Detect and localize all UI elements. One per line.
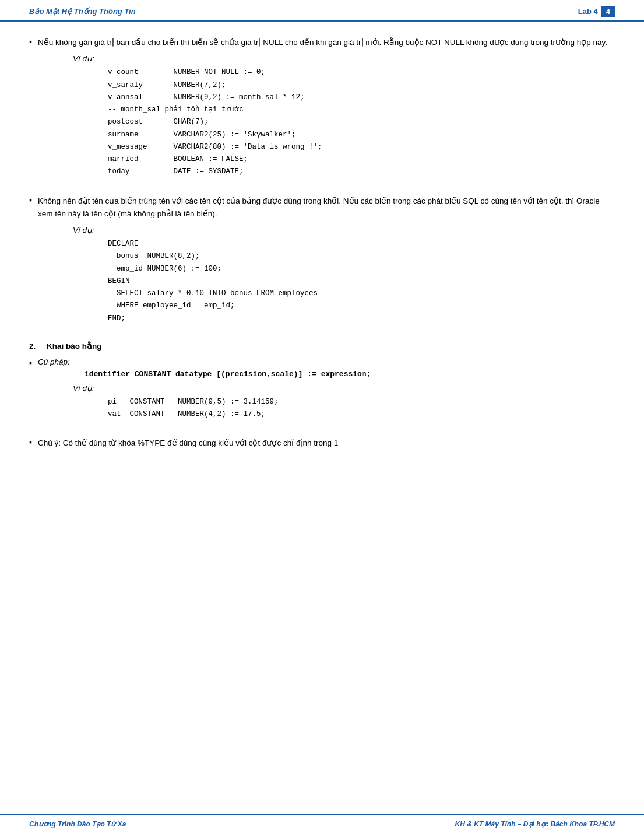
page: Bảo Mật Hệ Thống Thông Tin Lab 4 4 ▪ Nếu… <box>0 0 644 834</box>
code-block-1: v_count NUMBER NOT NULL := 0; v_saraly N… <box>108 66 615 178</box>
footer-left: Chương Trình Đào Tạo Từ Xa <box>29 820 126 828</box>
cu-phap-label: Cú pháp: <box>38 358 70 366</box>
bullet-marker-1: ▪ <box>29 37 32 46</box>
syntax-line: identifier CONSTANT datatype [(precision… <box>85 370 615 379</box>
bullet-content-1: Nếu không gán giá trị ban đầu cho biến t… <box>38 36 615 182</box>
vidu-block-3: Ví dụ: pi CONSTANT NUMBER(9,5) := 3.1415… <box>73 383 615 421</box>
section-2-heading: 2. Khai báo hằng <box>29 341 615 351</box>
bullet-text-3: Chú ý: Có thể dùng từ khóa %TYPE để dùng… <box>38 439 338 447</box>
bullet-item-3: ▪ Chú ý: Có thể dùng từ khóa %TYPE để dù… <box>29 437 615 450</box>
code-block-2: DECLARE bonus NUMBER(8,2); emp_id NUMBER… <box>108 238 615 325</box>
bullet-text-1: Nếu không gán giá trị ban đầu cho biến t… <box>38 38 607 47</box>
bullet-item-syntax: ▪ Cú pháp: identifier CONSTANT datatype … <box>29 358 615 425</box>
vidu-block-2: Ví dụ: DECLARE bonus NUMBER(8,2); emp_id… <box>73 225 615 325</box>
bullet-content-syntax: Cú pháp: identifier CONSTANT datatype [(… <box>38 358 615 425</box>
section-num-2: 2. <box>29 342 41 351</box>
page-header: Bảo Mật Hệ Thống Thông Tin Lab 4 4 <box>0 0 644 22</box>
bullet-section-1: ▪ Nếu không gán giá trị ban đầu cho biến… <box>29 36 615 182</box>
main-content: ▪ Nếu không gán giá trị ban đầu cho biến… <box>0 22 644 498</box>
bullet-content-3: Chú ý: Có thể dùng từ khóa %TYPE để dùng… <box>38 437 615 450</box>
vidu-label-2: Ví dụ: <box>73 225 615 234</box>
bullet-content-2: Không nên đặt tên của biến trùng tên với… <box>38 195 615 328</box>
bullet-item-1: ▪ Nếu không gán giá trị ban đầu cho biến… <box>29 36 615 182</box>
vidu-label-3: Ví dụ: <box>73 383 615 393</box>
bullet-marker-2: ▪ <box>29 195 32 205</box>
bullet-marker-syntax: ▪ <box>29 358 32 367</box>
bullet-text-2: Không nên đặt tên của biến trùng tên với… <box>38 197 600 218</box>
page-footer: Chương Trình Đào Tạo Từ Xa KH & KT Máy T… <box>0 814 644 834</box>
header-right: Lab 4 4 <box>578 6 615 17</box>
footer-right: KH & KT Máy Tính – Đại học Bách Khoa TP.… <box>455 820 615 828</box>
bullet-section-2: ▪ Không nên đặt tên của biến trùng tên v… <box>29 195 615 328</box>
vidu-label-1: Ví dụ: <box>73 54 615 63</box>
bullet-section-syntax: ▪ Cú pháp: identifier CONSTANT datatype … <box>29 358 615 425</box>
bullet-item-2: ▪ Không nên đặt tên của biến trùng tên v… <box>29 195 615 328</box>
vidu-block-1: Ví dụ: v_count NUMBER NOT NULL := 0; v_s… <box>73 54 615 178</box>
bullet-section-3: ▪ Chú ý: Có thể dùng từ khóa %TYPE để dù… <box>29 437 615 450</box>
header-title: Bảo Mật Hệ Thống Thông Tin <box>29 7 136 16</box>
bullet-marker-3: ▪ <box>29 437 32 447</box>
header-lab: Lab 4 <box>578 7 598 16</box>
section-title-2: Khai báo hằng <box>47 341 102 351</box>
code-block-3: pi CONSTANT NUMBER(9,5) := 3.14159; vat … <box>108 396 615 421</box>
page-number: 4 <box>601 6 615 17</box>
